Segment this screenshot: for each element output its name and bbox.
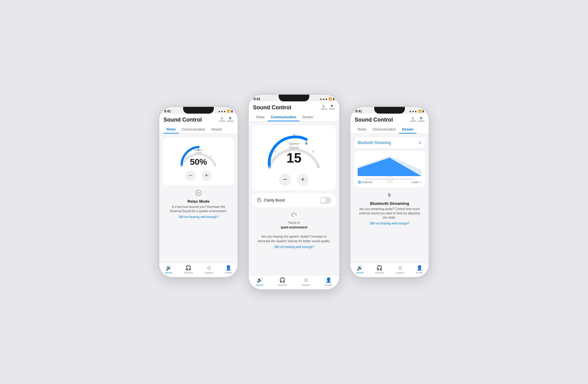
nav-earbuds-label-left: Earbuds	[184, 271, 193, 274]
quiet-env-line1: You're in	[288, 221, 300, 224]
app-title-left: Sound Control	[164, 117, 202, 123]
ear-right-value: 100%	[227, 120, 233, 122]
dial-label-center: SpeechVolume	[287, 142, 302, 150]
support-icon-left: ⊙	[207, 265, 211, 271]
svg-point-15	[257, 198, 261, 202]
nav-sound-center[interactable]: 🔊 Sound	[256, 277, 263, 286]
clarity-left: Clarity Boost	[257, 198, 285, 203]
battery-icon-r: ▮	[422, 110, 424, 113]
info-section-left: Relax Mode Is it too loud around you? De…	[163, 188, 234, 220]
svg-point-9	[269, 166, 270, 168]
stream-slider-row: ◁▷	[358, 179, 421, 179]
status-icons-right: ▲▲▲ 📶 ▮	[409, 110, 424, 113]
dial-value-left: 50%	[190, 157, 207, 167]
nav-sound-label-left: Sound	[165, 271, 172, 274]
nav-sound-right[interactable]: 🔊 Sound	[356, 265, 363, 274]
info-desc-left: Is it too loud around you? Decrease the …	[168, 205, 229, 213]
info-link-right[interactable]: Still not hearing well enough?	[370, 222, 410, 225]
clarity-toggle[interactable]	[320, 197, 331, 204]
nav-profile-left[interactable]: 👤 Profile	[225, 265, 232, 274]
nav-profile-label-right: Profile	[416, 271, 423, 274]
content-right: Bluetooth Streaming ∨	[350, 134, 429, 263]
ear-right-value-c: 100%	[329, 107, 335, 110]
earbuds-icon-center: 🎧	[279, 277, 285, 283]
dropdown-chevron-icon: ∨	[419, 141, 421, 145]
bluetooth-label: Bluetooth Streaming	[358, 141, 391, 145]
nav-support-right[interactable]: ⊙ Support	[396, 265, 404, 274]
dial-controls-center: − +	[279, 174, 309, 185]
nav-earbuds-left[interactable]: 🎧 Earbuds	[184, 265, 193, 274]
bottom-nav-left: 🔊 Sound 🎧 Earbuds ⊙ Support 👤 Profile	[159, 263, 238, 277]
nav-earbuds-right[interactable]: 🎧 Earbuds	[375, 265, 384, 274]
tab-stream-center[interactable]: Stream	[299, 113, 316, 121]
nav-earbuds-label-right: Earbuds	[375, 271, 384, 274]
support-icon-center: ⊙	[304, 277, 308, 283]
screen-left: Sound Control L 100% R 100% Relax	[159, 114, 238, 277]
nav-earbuds-label-center: Earbuds	[278, 284, 287, 286]
nav-profile-right[interactable]: 👤 Profile	[416, 265, 423, 274]
ear-levels-center: L 100% R 100%	[321, 104, 335, 110]
nav-sound-left[interactable]: 🔊 Sound	[165, 265, 172, 274]
earbuds-icon-left: 🎧	[185, 265, 191, 271]
svg-point-10	[274, 151, 276, 152]
toggle-knob	[320, 198, 326, 203]
dial-card-center: SpeechVolume 15 − +	[252, 125, 336, 190]
ear-right-letter-r: R	[420, 117, 423, 120]
nav-profile-label-left: Profile	[225, 271, 232, 274]
globe-icon: 🌐	[358, 181, 361, 184]
stream-slider-thumb[interactable]: ◁▷	[386, 176, 393, 182]
svg-point-0	[181, 165, 182, 166]
svg-point-11	[293, 134, 295, 136]
signal-icon-r: ▲▲▲	[409, 110, 417, 113]
tab-relax-left[interactable]: Relax	[164, 126, 179, 134]
tab-communication-left[interactable]: Communication	[179, 126, 208, 134]
battery-icon-c: ▮	[333, 97, 334, 100]
tab-relax-right[interactable]: Relax	[355, 126, 369, 134]
app-title-right: Sound Control	[355, 117, 393, 123]
dial-minus-left[interactable]: −	[186, 171, 195, 180]
tab-communication-center[interactable]: Communication	[268, 113, 299, 121]
nav-earbuds-center[interactable]: 🎧 Earbuds	[278, 277, 287, 286]
stream-label-external: 🌐 External	[358, 181, 372, 184]
content-left: ExternalSound 50% − +	[159, 134, 238, 263]
nav-sound-label-center: Sound	[256, 284, 263, 286]
status-icons-center: ▲▲▲ 📶 ▮	[319, 97, 334, 100]
quiet-icon	[291, 212, 297, 219]
bluetooth-dropdown[interactable]: Bluetooth Streaming ∨	[354, 137, 425, 148]
stream-chart	[358, 155, 421, 176]
svg-point-8	[199, 192, 200, 193]
ear-right-letter-c: R	[331, 104, 333, 107]
dial-plus-center[interactable]: +	[297, 174, 309, 185]
info-link-center[interactable]: Still not hearing well enough?	[274, 245, 314, 249]
nav-profile-center[interactable]: 👤 Profile	[325, 277, 332, 286]
bottom-nav-right: 🔊 Sound 🎧 Earbuds ⊙ Support 👤 Profile	[350, 263, 429, 277]
svg-point-2	[198, 146, 199, 148]
stream-chart-svg	[358, 155, 421, 176]
ear-left-letter-r: L	[413, 117, 414, 120]
battery-icon: ▮	[231, 110, 233, 113]
stream-slider[interactable]: ◁▷	[364, 179, 415, 179]
sound-icon-right: 🔊	[357, 265, 363, 271]
app-header-right: Sound Control L 100% R 100% Relax	[350, 114, 429, 134]
status-bar-center: 9:41 ▲▲▲ 📶 ▮	[249, 95, 339, 101]
nav-support-center[interactable]: ⊙ Support	[302, 277, 310, 286]
phone-right: 9:41 ▲▲▲ 📶 ▮ Sound Control L 100%	[350, 106, 429, 278]
tab-stream-left[interactable]: Stream	[208, 126, 225, 134]
dial-card-left: ExternalSound 50% − +	[163, 137, 234, 185]
tab-communication-right[interactable]: Communication	[369, 126, 399, 134]
bottom-nav-center: 🔊 Sound 🎧 Earbuds ⊙ Support 👤 Profile	[249, 275, 339, 289]
tab-relax-center[interactable]: Relax	[253, 113, 268, 121]
wifi-icon-r: 📶	[418, 110, 421, 113]
svg-point-3	[211, 156, 212, 157]
nav-support-label-center: Support	[302, 284, 310, 286]
nav-profile-label-center: Profile	[325, 284, 332, 286]
info-link-left[interactable]: Still not hearing well enough?	[179, 215, 219, 219]
clarity-label: Clarity Boost	[264, 198, 285, 202]
status-time-center: 9:41	[254, 97, 260, 101]
ear-levels-right: L 100% R 100%	[410, 117, 424, 122]
nav-support-left[interactable]: ⊙ Support	[205, 265, 213, 274]
dial-minus-center[interactable]: −	[279, 174, 291, 185]
svg-point-13	[318, 166, 319, 168]
tab-stream-right[interactable]: Stream	[399, 126, 417, 134]
dial-plus-left[interactable]: +	[202, 171, 211, 180]
